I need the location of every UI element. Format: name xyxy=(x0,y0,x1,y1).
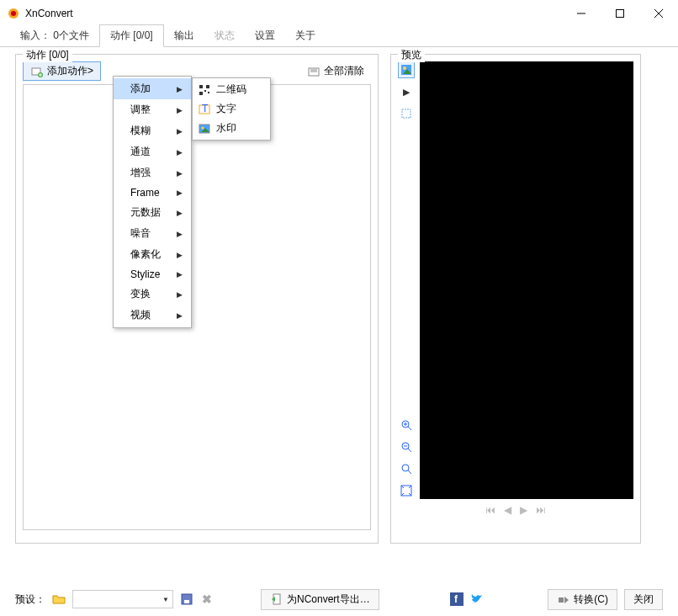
chevron-down-icon: ▼ xyxy=(162,596,169,603)
menu-frame[interactable]: Frame▶ xyxy=(114,183,191,202)
add-action-button[interactable]: 添加动作> xyxy=(23,61,101,81)
watermark-icon xyxy=(198,122,211,135)
svg-point-39 xyxy=(202,126,204,129)
tab-settings[interactable]: 设置 xyxy=(245,25,285,46)
tab-status: 状态 xyxy=(204,25,245,46)
qrcode-icon xyxy=(198,83,211,97)
delete-icon[interactable]: ✖ xyxy=(200,592,214,606)
chevron-right-icon: ▶ xyxy=(177,148,183,157)
convert-button[interactable]: 转换(C) xyxy=(548,589,617,610)
submenu-qrcode[interactable]: 二维码 xyxy=(193,80,270,99)
submenu-watermark-label: 水印 xyxy=(216,121,236,135)
close-app-button[interactable]: 关闭 xyxy=(624,589,663,610)
convert-icon xyxy=(557,592,570,606)
svg-point-1 xyxy=(11,11,16,16)
actions-panel-legend: 动作 [0/0] xyxy=(23,48,72,62)
svg-rect-31 xyxy=(199,85,203,88)
svg-point-24 xyxy=(402,465,409,471)
clear-all-button[interactable]: 全部清除 xyxy=(300,61,371,81)
chevron-right-icon: ▶ xyxy=(177,230,183,238)
nav-last-icon[interactable]: ⏭ xyxy=(536,504,546,516)
chevron-right-icon: ▶ xyxy=(177,290,183,299)
nav-first-icon[interactable]: ⏮ xyxy=(485,504,495,516)
add-action-label: 添加动作> xyxy=(47,64,93,78)
svg-rect-48 xyxy=(559,597,564,603)
app-icon xyxy=(7,7,20,20)
maximize-button[interactable] xyxy=(601,0,639,27)
add-icon xyxy=(30,65,44,78)
export-label: 为NConvert导出… xyxy=(287,592,370,607)
svg-rect-16 xyxy=(402,109,411,118)
convert-label: 转换(C) xyxy=(574,592,608,607)
svg-marker-49 xyxy=(564,597,569,603)
chevron-right-icon: ▶ xyxy=(177,251,183,259)
submenu-watermark[interactable]: 水印 xyxy=(193,119,270,138)
preview-after-icon[interactable]: ▶ xyxy=(398,83,415,100)
nav-next-icon[interactable]: ▶ xyxy=(520,504,527,516)
menu-blur[interactable]: 模糊▶ xyxy=(114,120,191,141)
clear-all-label: 全部清除 xyxy=(324,64,364,78)
svg-rect-34 xyxy=(204,90,206,92)
tab-input[interactable]: 输入： 0个文件 xyxy=(10,25,99,46)
action-category-menu: 添加▶ 调整▶ 模糊▶ 通道▶ 增强▶ Frame▶ 元数据▶ 噪音▶ 像素化▶… xyxy=(113,76,192,328)
chevron-right-icon: ▶ xyxy=(177,209,183,217)
chevron-right-icon: ▶ xyxy=(177,311,183,320)
facebook-icon[interactable]: f xyxy=(450,592,463,606)
menu-metadata[interactable]: 元数据▶ xyxy=(114,202,191,223)
svg-rect-33 xyxy=(199,92,203,95)
menu-noise[interactable]: 噪音▶ xyxy=(114,223,191,244)
submenu-text-label: 文字 xyxy=(216,102,236,116)
svg-text:T: T xyxy=(202,104,209,114)
save-icon[interactable] xyxy=(180,592,193,606)
chevron-right-icon: ▶ xyxy=(177,189,183,197)
preset-select[interactable]: ▼ xyxy=(72,590,173,608)
tab-about[interactable]: 关于 xyxy=(285,25,326,46)
zoom-fit-icon[interactable] xyxy=(398,482,415,499)
main-tabs: 输入： 0个文件 动作 [0/0] 输出 状态 设置 关于 xyxy=(0,27,678,47)
export-icon xyxy=(270,592,283,606)
chevron-right-icon: ▶ xyxy=(177,127,183,135)
menu-adjust[interactable]: 调整▶ xyxy=(114,99,191,120)
svg-point-14 xyxy=(403,66,406,70)
chevron-right-icon: ▶ xyxy=(177,270,183,279)
tab-actions[interactable]: 动作 [0/0] xyxy=(99,24,164,47)
preview-panel-legend: 预览 xyxy=(398,48,425,62)
preview-panel: 预览 ▶ ⏮ ◀ ▶ ⏭ xyxy=(390,54,641,544)
zoom-reset-icon[interactable] xyxy=(398,460,415,477)
nav-prev-icon[interactable]: ◀ xyxy=(504,504,511,516)
actions-list xyxy=(23,84,371,530)
minimize-button[interactable] xyxy=(562,0,601,27)
folder-open-icon[interactable] xyxy=(52,592,66,606)
preview-crop-icon[interactable] xyxy=(398,105,415,122)
close-button[interactable] xyxy=(639,0,678,27)
svg-rect-32 xyxy=(206,85,209,88)
svg-marker-41 xyxy=(53,596,65,603)
svg-line-22 xyxy=(408,449,411,452)
close-app-label: 关闭 xyxy=(633,592,654,607)
menu-pixelate[interactable]: 像素化▶ xyxy=(114,244,191,265)
menu-stylize[interactable]: Stylize▶ xyxy=(114,265,191,284)
tab-output[interactable]: 输出 xyxy=(164,25,204,46)
chevron-right-icon: ▶ xyxy=(177,169,183,178)
zoom-out-icon[interactable] xyxy=(398,438,415,455)
submenu-text[interactable]: T 文字 xyxy=(193,99,270,119)
menu-transform[interactable]: 变换▶ xyxy=(114,284,191,305)
svg-rect-3 xyxy=(617,10,624,18)
window-title: XnConvert xyxy=(25,8,562,19)
twitter-icon[interactable] xyxy=(470,592,484,606)
svg-rect-35 xyxy=(208,92,209,93)
export-nconvert-button[interactable]: 为NConvert导出… xyxy=(261,589,379,610)
text-icon: T xyxy=(198,103,211,116)
zoom-in-icon[interactable] xyxy=(398,417,415,433)
menu-add[interactable]: 添加▶ xyxy=(114,78,191,99)
preset-label: 预设： xyxy=(15,592,45,607)
menu-video[interactable]: 视频▶ xyxy=(114,305,191,326)
menu-channel[interactable]: 通道▶ xyxy=(114,141,191,162)
chevron-right-icon: ▶ xyxy=(177,106,183,114)
submenu-qrcode-label: 二维码 xyxy=(216,82,246,97)
menu-enhance[interactable]: 增强▶ xyxy=(114,162,191,183)
chevron-right-icon: ▶ xyxy=(177,85,183,93)
svg-line-18 xyxy=(408,427,411,430)
preview-before-icon[interactable] xyxy=(398,61,415,78)
svg-rect-43 xyxy=(184,600,189,603)
